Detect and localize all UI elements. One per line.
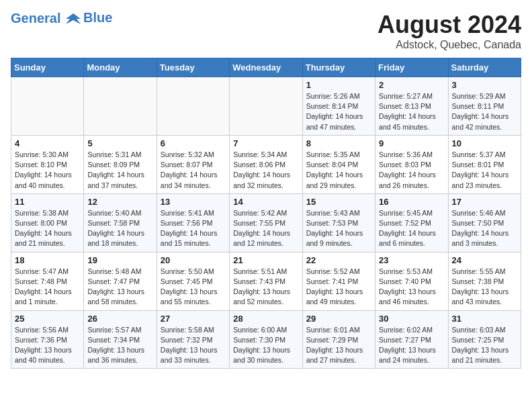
day-info: Sunrise: 5:27 AMSunset: 8:13 PMDaylight:… bbox=[379, 91, 444, 132]
calendar-header: SundayMondayTuesdayWednesdayThursdayFrid… bbox=[11, 58, 521, 77]
day-number: 5 bbox=[87, 138, 152, 148]
day-info: Sunrise: 5:36 AMSunset: 8:03 PMDaylight:… bbox=[379, 150, 444, 191]
calendar-week-5: 25Sunrise: 5:56 AMSunset: 7:36 PMDayligh… bbox=[11, 310, 521, 369]
calendar-cell: 6Sunrise: 5:32 AMSunset: 8:07 PMDaylight… bbox=[157, 135, 229, 193]
calendar-cell: 4Sunrise: 5:30 AMSunset: 8:10 PMDaylight… bbox=[11, 135, 84, 193]
calendar-cell: 28Sunrise: 6:00 AMSunset: 7:30 PMDayligh… bbox=[230, 310, 302, 369]
day-number: 3 bbox=[452, 80, 517, 90]
day-number: 10 bbox=[452, 138, 517, 148]
day-info: Sunrise: 5:38 AMSunset: 8:00 PMDaylight:… bbox=[15, 208, 80, 249]
day-number: 9 bbox=[379, 138, 444, 148]
calendar-cell: 16Sunrise: 5:45 AMSunset: 7:52 PMDayligh… bbox=[375, 193, 448, 252]
calendar-cell: 12Sunrise: 5:40 AMSunset: 7:58 PMDayligh… bbox=[84, 193, 157, 252]
calendar-cell bbox=[157, 77, 229, 136]
weekday-header-saturday: Saturday bbox=[448, 58, 521, 77]
calendar-cell: 18Sunrise: 5:47 AMSunset: 7:48 PMDayligh… bbox=[11, 252, 84, 310]
day-info: Sunrise: 6:01 AMSunset: 7:29 PMDaylight:… bbox=[306, 325, 371, 366]
day-number: 15 bbox=[306, 197, 371, 207]
calendar-cell: 15Sunrise: 5:43 AMSunset: 7:53 PMDayligh… bbox=[302, 193, 375, 252]
day-info: Sunrise: 6:02 AMSunset: 7:27 PMDaylight:… bbox=[379, 325, 444, 366]
day-number: 27 bbox=[161, 314, 226, 324]
day-number: 29 bbox=[306, 314, 371, 324]
logo-general: General bbox=[11, 11, 60, 26]
calendar-cell: 2Sunrise: 5:27 AMSunset: 8:13 PMDaylight… bbox=[375, 77, 448, 136]
day-number: 2 bbox=[379, 80, 444, 90]
calendar-cell: 13Sunrise: 5:41 AMSunset: 7:56 PMDayligh… bbox=[157, 193, 229, 252]
day-number: 25 bbox=[15, 314, 80, 324]
calendar-cell: 23Sunrise: 5:53 AMSunset: 7:40 PMDayligh… bbox=[375, 252, 448, 310]
day-info: Sunrise: 5:50 AMSunset: 7:45 PMDaylight:… bbox=[161, 267, 226, 308]
weekday-header-wednesday: Wednesday bbox=[230, 58, 302, 77]
day-info: Sunrise: 5:40 AMSunset: 7:58 PMDaylight:… bbox=[87, 208, 152, 249]
calendar-cell: 20Sunrise: 5:50 AMSunset: 7:45 PMDayligh… bbox=[157, 252, 229, 310]
day-info: Sunrise: 5:48 AMSunset: 7:47 PMDaylight:… bbox=[87, 267, 152, 308]
day-number: 12 bbox=[87, 197, 152, 207]
calendar-cell: 3Sunrise: 5:29 AMSunset: 8:11 PMDaylight… bbox=[448, 77, 521, 136]
day-info: Sunrise: 5:46 AMSunset: 7:50 PMDaylight:… bbox=[452, 208, 517, 249]
day-info: Sunrise: 5:26 AMSunset: 8:14 PMDaylight:… bbox=[306, 91, 371, 132]
weekday-header-tuesday: Tuesday bbox=[157, 58, 229, 77]
day-number: 26 bbox=[87, 314, 152, 324]
calendar-body: 1Sunrise: 5:26 AMSunset: 8:14 PMDaylight… bbox=[11, 77, 521, 369]
day-number: 28 bbox=[233, 314, 298, 324]
calendar-cell: 1Sunrise: 5:26 AMSunset: 8:14 PMDaylight… bbox=[302, 77, 375, 136]
day-info: Sunrise: 5:43 AMSunset: 7:53 PMDaylight:… bbox=[306, 208, 371, 249]
day-info: Sunrise: 5:51 AMSunset: 7:43 PMDaylight:… bbox=[233, 267, 298, 308]
day-info: Sunrise: 5:52 AMSunset: 7:41 PMDaylight:… bbox=[306, 267, 371, 308]
calendar-cell: 8Sunrise: 5:35 AMSunset: 8:04 PMDaylight… bbox=[302, 135, 375, 193]
day-info: Sunrise: 5:53 AMSunset: 7:40 PMDaylight:… bbox=[379, 267, 444, 308]
weekday-header-monday: Monday bbox=[84, 58, 157, 77]
svg-marker-0 bbox=[66, 13, 81, 24]
day-number: 24 bbox=[452, 255, 517, 265]
calendar-cell bbox=[11, 77, 84, 136]
calendar-week-2: 4Sunrise: 5:30 AMSunset: 8:10 PMDaylight… bbox=[11, 135, 521, 193]
weekday-header-thursday: Thursday bbox=[302, 58, 375, 77]
calendar-cell: 19Sunrise: 5:48 AMSunset: 7:47 PMDayligh… bbox=[84, 252, 157, 310]
day-number: 18 bbox=[15, 255, 80, 265]
calendar-cell: 11Sunrise: 5:38 AMSunset: 8:00 PMDayligh… bbox=[11, 193, 84, 252]
day-info: Sunrise: 5:55 AMSunset: 7:38 PMDaylight:… bbox=[452, 267, 517, 308]
calendar-cell bbox=[84, 77, 157, 136]
day-number: 22 bbox=[306, 255, 371, 265]
day-number: 6 bbox=[161, 138, 226, 148]
day-info: Sunrise: 6:00 AMSunset: 7:30 PMDaylight:… bbox=[233, 325, 298, 366]
calendar-cell: 17Sunrise: 5:46 AMSunset: 7:50 PMDayligh… bbox=[448, 193, 521, 252]
day-info: Sunrise: 5:47 AMSunset: 7:48 PMDaylight:… bbox=[15, 267, 80, 308]
day-info: Sunrise: 5:35 AMSunset: 8:04 PMDaylight:… bbox=[306, 150, 371, 191]
calendar-cell bbox=[230, 77, 302, 136]
page-header: General Blue August 2024 Adstock, Quebec… bbox=[11, 11, 521, 51]
month-title: August 2024 bbox=[378, 11, 521, 39]
calendar-cell: 24Sunrise: 5:55 AMSunset: 7:38 PMDayligh… bbox=[448, 252, 521, 310]
calendar-cell: 7Sunrise: 5:34 AMSunset: 8:06 PMDaylight… bbox=[230, 135, 302, 193]
location-title: Adstock, Quebec, Canada bbox=[378, 39, 521, 51]
calendar-cell: 10Sunrise: 5:37 AMSunset: 8:01 PMDayligh… bbox=[448, 135, 521, 193]
day-info: Sunrise: 5:56 AMSunset: 7:36 PMDaylight:… bbox=[15, 325, 80, 366]
day-number: 4 bbox=[15, 138, 80, 148]
day-info: Sunrise: 5:37 AMSunset: 8:01 PMDaylight:… bbox=[452, 150, 517, 191]
day-info: Sunrise: 5:45 AMSunset: 7:52 PMDaylight:… bbox=[379, 208, 444, 249]
day-number: 23 bbox=[379, 255, 444, 265]
day-number: 11 bbox=[15, 197, 80, 207]
day-number: 21 bbox=[233, 255, 298, 265]
calendar-table: SundayMondayTuesdayWednesdayThursdayFrid… bbox=[11, 58, 521, 369]
day-info: Sunrise: 5:32 AMSunset: 8:07 PMDaylight:… bbox=[161, 150, 226, 191]
day-info: Sunrise: 5:30 AMSunset: 8:10 PMDaylight:… bbox=[15, 150, 80, 191]
day-info: Sunrise: 5:41 AMSunset: 7:56 PMDaylight:… bbox=[161, 208, 226, 249]
weekday-header-friday: Friday bbox=[375, 58, 448, 77]
calendar-week-4: 18Sunrise: 5:47 AMSunset: 7:48 PMDayligh… bbox=[11, 252, 521, 310]
logo: General Blue bbox=[11, 11, 112, 27]
title-block: August 2024 Adstock, Quebec, Canada bbox=[378, 11, 521, 51]
logo-text: General bbox=[11, 11, 82, 27]
calendar-cell: 5Sunrise: 5:31 AMSunset: 8:09 PMDaylight… bbox=[84, 135, 157, 193]
day-number: 31 bbox=[452, 314, 517, 324]
calendar-cell: 29Sunrise: 6:01 AMSunset: 7:29 PMDayligh… bbox=[302, 310, 375, 369]
day-number: 19 bbox=[87, 255, 152, 265]
day-number: 17 bbox=[452, 197, 517, 207]
day-number: 20 bbox=[161, 255, 226, 265]
calendar-cell: 9Sunrise: 5:36 AMSunset: 8:03 PMDaylight… bbox=[375, 135, 448, 193]
day-info: Sunrise: 5:29 AMSunset: 8:11 PMDaylight:… bbox=[452, 91, 517, 132]
calendar-cell: 27Sunrise: 5:58 AMSunset: 7:32 PMDayligh… bbox=[157, 310, 229, 369]
day-info: Sunrise: 5:34 AMSunset: 8:06 PMDaylight:… bbox=[233, 150, 298, 191]
day-number: 13 bbox=[161, 197, 226, 207]
calendar-week-1: 1Sunrise: 5:26 AMSunset: 8:14 PMDaylight… bbox=[11, 77, 521, 136]
